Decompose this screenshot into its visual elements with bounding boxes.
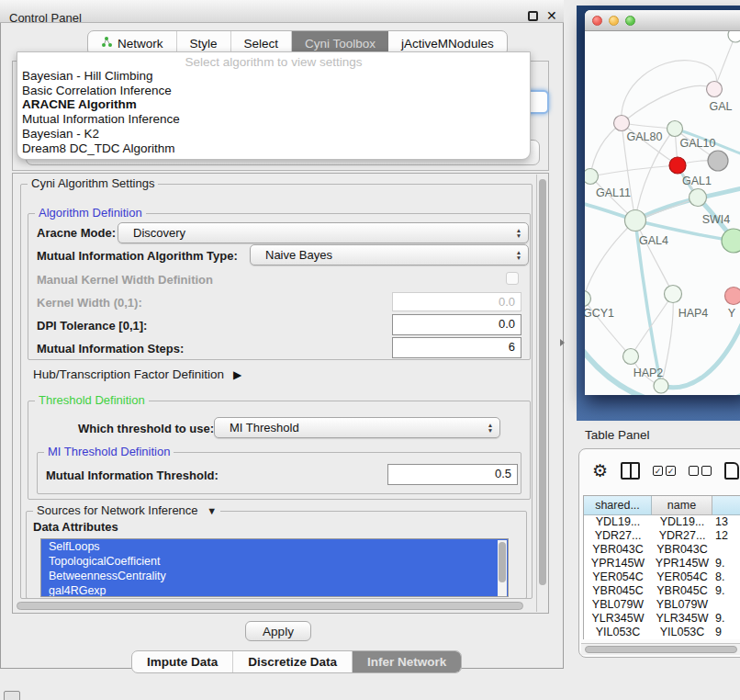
document-icon[interactable] [724,462,739,480]
table-cell: YBR043C [584,543,652,557]
network-edge[interactable] [585,220,635,299]
node-table: shared...name YDL19...YDL19...13YDR27...… [583,495,740,639]
algorithm-option[interactable]: Bayesian - Hill Climbing [17,69,530,84]
network-window-titlebar[interactable] [585,10,740,31]
network-edge[interactable] [622,86,714,123]
scrollbar-thumb[interactable] [17,602,523,610]
table-row[interactable]: YDL19...YDL19...13 [584,515,740,529]
network-node[interactable] [665,286,682,303]
sources-title[interactable]: Sources for Network Inference ▼ [33,503,220,517]
panel-collapse-handle[interactable] [560,339,565,346]
network-node-label: GAL80 [627,130,663,143]
aracne-mode-combo[interactable]: Discovery ▲▼ [118,222,529,243]
network-node[interactable] [585,169,599,185]
settings-horizontal-scrollbar[interactable] [14,600,534,612]
which-threshold-value: MI Threshold [215,421,481,435]
manual-kernel-width-label: Manual Kernel Width Definition [37,273,213,287]
mi-algorithm-type-combo[interactable]: Naive Bayes ▲▼ [250,244,529,265]
stepper-arrows-icon: ▲▼ [481,423,499,433]
algorithm-option[interactable]: Dream8 DC_TDC Algorithm [17,141,530,156]
network-node[interactable] [707,82,723,97]
gear-icon[interactable]: ⚙ [592,462,608,480]
list-vertical-scrollbar[interactable] [498,540,507,597]
table-horizontal-scrollbar[interactable] [581,643,740,655]
manual-kernel-width-checkbox[interactable] [506,272,519,285]
algorithm-option[interactable]: Bayesian - K2 [17,127,530,141]
settings-vertical-scrollbar[interactable] [536,175,548,612]
hub-definition-toggle[interactable]: Hub/Transcription Factor Definition▶ [33,367,241,381]
table-row[interactable]: YBL079WYBL079W [584,598,740,612]
kernel-width-field[interactable]: 0.0 [392,292,521,311]
network-edge[interactable] [661,316,740,388]
column-header[interactable]: name [652,496,712,515]
cyni-algorithm-settings-title: Cyni Algorithm Settings [28,176,158,190]
unchecked-box-icon [701,466,712,476]
network-edge[interactable] [590,165,678,176]
network-node[interactable] [623,349,639,365]
table-row[interactable]: YBR043CYBR043C [584,543,740,557]
network-edge[interactable] [590,123,622,176]
control-panel-titlebar[interactable] [0,0,564,23]
table-row[interactable]: YDR27...YDR27...12 [584,529,740,543]
table-cell: YER054C [652,570,712,584]
network-node[interactable] [708,151,728,171]
scrollbar-thumb[interactable] [585,646,737,653]
apply-button[interactable]: Apply [245,621,311,641]
tab-infer-network[interactable]: Infer Network [353,651,461,672]
table-cell: YDL19... [652,515,712,529]
mi-threshold-field[interactable]: 0.5 [387,464,518,485]
network-edge[interactable] [714,36,735,89]
network-edge[interactable] [631,294,673,356]
network-node[interactable] [669,157,686,174]
table-row[interactable]: YBR045CYBR045C9. [584,584,740,598]
table-cell: YDR27... [584,529,652,543]
data-attribute-item[interactable]: TopologicalCoefficient [41,554,508,569]
algorithm-option[interactable]: Basic Correlation Inference [17,84,530,98]
data-attribute-item[interactable]: BetweennessCentrality [41,569,508,583]
close-traffic-light-icon[interactable] [592,16,602,26]
table-cell: YPR145W [652,557,712,570]
network-node[interactable] [625,210,646,231]
network-view-window[interactable]: GALGAL80GAL10GAL1GAL11SWI4GAL4GCY1HAP4YH… [585,10,740,395]
mi-steps-field[interactable]: 6 [392,337,521,358]
network-node[interactable] [690,189,707,207]
table-row[interactable]: YPR145WYPR145W9. [584,557,740,570]
network-edge[interactable] [622,61,717,123]
close-icon[interactable]: ✕ [546,8,557,23]
split-columns-icon[interactable] [621,462,640,480]
table-row[interactable]: YLR345WYLR345W9. [584,612,740,626]
select-all-columns-button[interactable]: ✓ ✓ [653,466,676,476]
deselect-all-columns-button[interactable] [689,466,712,476]
network-node[interactable] [722,229,740,253]
network-node[interactable] [728,31,740,42]
table-row[interactable]: YER054CYER054C8. [584,570,740,584]
which-threshold-label: Which threshold to use: [78,422,214,435]
corner-button[interactable] [4,691,20,700]
table-row[interactable]: YIL053CYIL053C9 [584,626,740,639]
network-node[interactable] [725,288,740,305]
table-cell: YIL053C [652,626,712,639]
algorithm-option[interactable]: Mutual Information Inference [17,112,530,127]
network-canvas[interactable]: GALGAL80GAL10GAL1GAL11SWI4GAL4GCY1HAP4YH… [585,31,740,395]
data-attribute-item[interactable]: gal4RGexp [41,583,508,597]
data-attribute-item[interactable]: SelfLoops [41,539,508,554]
network-node[interactable] [667,121,683,137]
network-node[interactable] [585,291,591,307]
float-window-icon[interactable] [528,11,538,21]
which-threshold-combo[interactable]: MI Threshold ▲▼ [214,417,500,438]
table-cell: YLR345W [584,612,652,626]
zoom-traffic-light-icon[interactable] [625,16,635,26]
network-node-label: Y [728,307,736,320]
algorithm-option[interactable]: ARACNE Algorithm [17,97,530,112]
network-node[interactable] [654,378,668,393]
stepper-arrows-icon: ▲▼ [510,228,528,238]
scrollbar-thumb[interactable] [499,542,506,582]
column-header[interactable] [712,496,740,515]
scrollbar-thumb[interactable] [539,179,546,585]
tab-impute-data[interactable]: Impute Data [132,651,233,672]
column-header[interactable]: shared... [584,496,652,515]
dpi-tolerance-field[interactable]: 0.0 [392,314,521,335]
minimize-traffic-light-icon[interactable] [609,16,619,26]
network-node[interactable] [614,116,630,131]
tab-discretize-data[interactable]: Discretize Data [233,651,353,672]
